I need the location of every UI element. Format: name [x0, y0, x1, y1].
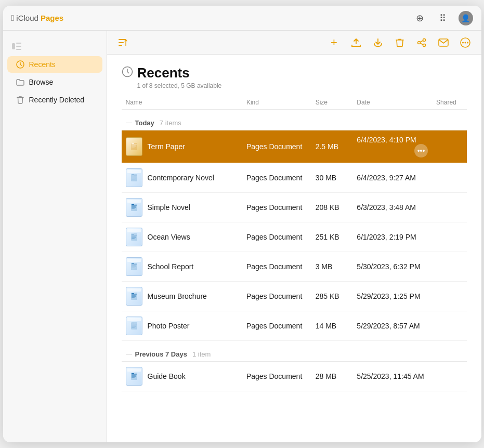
sidebar-item-recents[interactable]: Recents [7, 56, 102, 73]
svg-rect-32 [132, 206, 136, 207]
svg-point-14 [462, 42, 464, 43]
section-label: Today [135, 119, 154, 127]
svg-point-8 [423, 38, 425, 41]
svg-rect-30 [132, 204, 134, 205]
file-name: Term Paper [148, 142, 185, 151]
svg-rect-22 [132, 148, 135, 148]
file-date: 6/1/2023, 2:19 PM [352, 222, 432, 252]
svg-rect-6 [119, 42, 124, 43]
file-name-cell: Term Paper [122, 130, 242, 163]
sort-list-button[interactable] [115, 35, 131, 50]
share-button[interactable] [414, 35, 429, 50]
upload-button[interactable] [348, 35, 364, 50]
page-title: Recents [122, 65, 467, 81]
svg-rect-43 [132, 265, 137, 265]
section-count: 7 items [160, 119, 181, 127]
svg-rect-24 [132, 175, 134, 175]
apple-logo-icon:  [11, 14, 15, 23]
file-name: School Report [148, 262, 194, 271]
svg-rect-40 [132, 238, 135, 239]
svg-rect-63 [132, 376, 136, 377]
file-thumbnail [126, 168, 142, 187]
file-name-cell: Guide Book [122, 362, 242, 391]
file-kind: Pages Document [242, 362, 311, 391]
svg-rect-61 [132, 374, 137, 375]
add-button[interactable]: + [326, 35, 342, 50]
more-button[interactable] [457, 35, 473, 50]
table-row[interactable]: Photo Poster Pages Document 14 MB 5/29/2… [122, 311, 467, 341]
svg-rect-36 [132, 234, 134, 234]
svg-rect-42 [132, 263, 134, 264]
col-header-size[interactable]: Size [311, 96, 353, 110]
svg-rect-33 [132, 207, 136, 208]
file-thumbnail [126, 287, 142, 306]
file-thumbnail [126, 257, 142, 276]
top-bar-icons: ⊕ ⠿ 👤 [413, 11, 473, 25]
file-date: 5/29/2023, 1:25 PM [352, 282, 432, 311]
svg-rect-37 [132, 235, 137, 235]
sidebar-toggle-icon[interactable] [9, 39, 24, 54]
col-header-shared[interactable]: Shared [432, 96, 466, 110]
table-row[interactable]: School Report Pages Document 3 MB 5/30/2… [122, 252, 467, 282]
content-area: + [107, 31, 481, 442]
svg-rect-39 [132, 237, 136, 238]
svg-rect-27 [132, 178, 136, 178]
sidebar-item-browse-label: Browse [29, 78, 54, 86]
svg-rect-18 [132, 143, 134, 144]
file-name: Contemporary Novel [148, 174, 214, 182]
file-kind: Pages Document [242, 163, 311, 193]
table-row[interactable]: Museum Brochure Pages Document 285 KB 5/… [122, 282, 467, 311]
col-header-kind[interactable]: Kind [242, 96, 311, 110]
recents-icon [16, 60, 25, 69]
svg-rect-0 [12, 43, 15, 49]
section-header-previous-7-days: Previous 7 Days 1 item [122, 341, 467, 362]
file-kind: Pages Document [242, 193, 311, 222]
file-date: 6/4/2023, 9:27 AM [352, 163, 432, 193]
file-name-cell: Simple Novel [122, 193, 242, 222]
table-row[interactable]: Term Paper Pages Document 2.5 MB 6/4/202… [122, 130, 467, 163]
file-name-cell: Ocean Views [122, 222, 242, 252]
file-thumbnail [126, 137, 142, 156]
svg-rect-26 [132, 177, 136, 177]
recently-deleted-icon [16, 95, 25, 104]
add-doc-icon[interactable]: ⊕ [413, 11, 427, 25]
svg-rect-25 [132, 176, 137, 176]
file-shared [432, 193, 466, 222]
section-header-today: Today 7 items [122, 110, 467, 130]
file-kind: Pages Document [242, 311, 311, 341]
file-shared [432, 163, 466, 193]
more-options-button[interactable]: ••• [414, 144, 428, 157]
logo-area:  iCloud Pages [11, 14, 413, 23]
svg-point-10 [417, 41, 420, 44]
avatar-icon[interactable]: 👤 [459, 11, 473, 25]
table-row[interactable]: Simple Novel Pages Document 208 KB 6/3/2… [122, 193, 467, 222]
svg-rect-49 [132, 294, 137, 295]
col-header-date[interactable]: Date [352, 96, 432, 110]
sidebar-item-browse[interactable]: Browse [7, 74, 102, 90]
sidebar-item-recently-deleted[interactable]: Recently Deleted [7, 91, 102, 108]
file-date: 6/3/2023, 3:48 AM [352, 193, 432, 222]
pages-brand: Pages [41, 14, 63, 22]
page-content: Recents 1 of 8 selected, 5 GB available … [107, 55, 481, 442]
svg-point-15 [467, 42, 468, 43]
svg-rect-62 [132, 375, 136, 376]
sidebar-item-recently-deleted-label: Recently Deleted [29, 96, 85, 104]
file-name: Photo Poster [148, 322, 190, 330]
table-row[interactable]: Ocean Views Pages Document 251 KB 6/1/20… [122, 222, 467, 252]
svg-rect-60 [132, 373, 134, 374]
download-button[interactable] [370, 35, 386, 50]
table-row[interactable]: Contemporary Novel Pages Document 30 MB … [122, 163, 467, 193]
page-title-text: Recents [137, 65, 190, 81]
file-date: 5/25/2023, 11:45 AM [352, 362, 432, 391]
col-header-name[interactable]: Name [122, 96, 242, 110]
svg-rect-50 [132, 295, 136, 296]
file-kind: Pages Document [242, 252, 311, 282]
table-row[interactable]: Guide Book Pages Document 28 MB 5/25/202… [122, 362, 467, 391]
delete-button[interactable] [392, 35, 408, 50]
svg-rect-56 [132, 325, 136, 325]
page-subtitle: 1 of 8 selected, 5 GB available [137, 82, 467, 89]
grid-view-icon[interactable]: ⠿ [436, 11, 450, 25]
file-thumbnail [126, 367, 142, 386]
file-name-cell: Museum Brochure [122, 282, 242, 311]
mail-button[interactable] [436, 35, 451, 50]
